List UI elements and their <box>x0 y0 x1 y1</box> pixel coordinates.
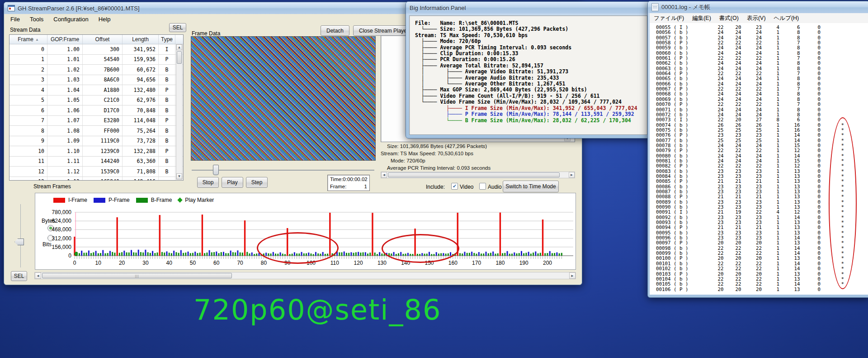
svg-text:90: 90 <box>284 260 291 266</box>
table-cell: 10 <box>9 146 47 156</box>
detach-button[interactable]: Detach <box>321 25 349 36</box>
table-cell: 132,288 <box>123 146 159 156</box>
table-cell: 63,360 <box>123 157 159 167</box>
chart-scroll-right-icon[interactable]: ► <box>569 272 576 279</box>
table-cell: 132,480 <box>123 85 159 95</box>
table-row[interactable]: 81.08FF00075,264B <box>9 126 183 136</box>
table-row[interactable]: 101.101239C0132,288P <box>9 146 183 157</box>
table-row[interactable]: 71.07E3280114,048P <box>9 116 183 126</box>
table-cell: 1.11 <box>47 157 83 167</box>
table-cell: 1.06 <box>47 105 83 115</box>
table-cell: 1.12 <box>47 167 83 177</box>
table-row[interactable]: 11.0154540159,936P <box>9 55 183 65</box>
table-row[interactable]: 131.13165840148,416 <box>9 177 183 181</box>
table-cell: 62,976 <box>123 95 159 105</box>
table-cell: B <box>159 157 175 167</box>
stream-data-label: Stream Data <box>10 27 40 33</box>
main-menu-item-3[interactable]: Help <box>94 15 116 24</box>
table-cell: 94,656 <box>123 75 159 85</box>
notepad-text-area[interactable]: 00055 ( I ) 22 20 23 4 6 0 00056 ( b ) 2… <box>650 23 868 295</box>
stream-data-header[interactable]: Frame▲GOP.FrameOffsetLengthType <box>9 35 183 44</box>
table-row[interactable]: 61.06D17C070,848B <box>9 105 183 116</box>
table-row[interactable]: 31.038A6C094,656B <box>9 75 183 86</box>
info-hscroll-thumb[interactable] <box>388 172 560 177</box>
stream-frames-label: Stream Frames <box>33 183 71 190</box>
notepad-menubar: ファイル(F)編集(E)書式(O)表示(V)ヘルプ(H) <box>650 13 868 24</box>
notepad-menu-item-0[interactable]: ファイル(F) <box>650 14 688 23</box>
info-hscrollbar[interactable]: ◄ ► <box>381 172 575 178</box>
stop-button[interactable]: Stop <box>197 177 219 188</box>
table-cell: 1.05 <box>47 95 83 105</box>
big-info-titlebar[interactable]: Big Information Panel <box>406 2 651 14</box>
svg-text:10: 10 <box>95 260 102 266</box>
table-cell: 4 <box>9 85 47 95</box>
sel-button-top[interactable]: SEL <box>169 23 186 32</box>
table-cell: 75,264 <box>123 126 159 136</box>
stream-data-table[interactable]: Frame▲GOP.FrameOffsetLengthType 01.00300… <box>9 34 184 181</box>
frame-value: 1 <box>364 184 367 189</box>
desktop-caption-text: 720p60@seti_86 <box>193 293 441 326</box>
info-summary-line: Mode: 720/60p <box>381 157 575 164</box>
time-frame-box: Time: 0:00:00.02 Frame: 1 <box>327 175 370 191</box>
table-cell: 1.02 <box>47 65 83 75</box>
column-header-frame[interactable]: Frame▲ <box>9 35 47 44</box>
scroll-up-icon[interactable]: ▲ <box>176 44 182 50</box>
table-cell: C21C0 <box>83 95 123 105</box>
notepad-menu-item-2[interactable]: 書式(O) <box>715 14 743 23</box>
chart-hscroll-thumb[interactable]: ||| <box>42 273 232 278</box>
scroll-right-icon[interactable]: ► <box>569 172 575 178</box>
zoom-slider-track[interactable] <box>20 204 21 267</box>
switch-to-time-mode-button[interactable]: Switch to Time Mode <box>503 181 559 192</box>
audio-checkbox-label[interactable]: Audio <box>488 184 502 190</box>
include-label: Include: <box>426 184 445 190</box>
table-vscroll-thumb[interactable] <box>177 51 182 64</box>
table-row[interactable]: 51.05C21C062,976B <box>9 95 183 106</box>
column-header-offset[interactable]: Offset <box>83 35 123 44</box>
table-cell: P <box>159 85 175 95</box>
table-row[interactable]: 41.04A1880132,480P <box>9 85 183 95</box>
table-cell <box>159 177 175 181</box>
notepad-menu-item-4[interactable]: ヘルプ(H) <box>770 14 803 23</box>
table-row[interactable]: 121.121539C071,808B <box>9 167 183 177</box>
seek-slider-thumb[interactable] <box>213 165 219 175</box>
play-button[interactable]: Play <box>222 177 243 188</box>
column-header-length[interactable]: Length <box>123 35 159 44</box>
table-cell: 1539C0 <box>83 167 123 177</box>
notepad-titlebar[interactable]: 00001.log - メモ帳 <box>648 1 868 13</box>
table-row[interactable]: 111.1114424063,360B <box>9 157 183 167</box>
svg-text:468,000: 468,000 <box>52 226 72 233</box>
big-info-line: ├──── Mode: 720/60p <box>415 38 647 44</box>
zoom-slider-handle[interactable] <box>14 239 24 245</box>
svg-text:60: 60 <box>213 260 220 266</box>
table-row[interactable]: 21.027B60060,672B <box>9 65 183 75</box>
table-cell: 1.01 <box>47 55 83 65</box>
chart-hscrollbar[interactable]: ◄ ||| ► <box>34 272 576 279</box>
notepad-menu-item-3[interactable]: 表示(V) <box>743 14 770 23</box>
table-cell: 1 <box>9 55 47 65</box>
chart-scroll-left-icon[interactable]: ◄ <box>35 272 41 279</box>
svg-text:50: 50 <box>190 260 196 266</box>
main-menu-item-1[interactable]: Tools <box>25 15 48 24</box>
column-header-type[interactable]: Type <box>159 35 175 44</box>
column-header-gop-frame[interactable]: GOP.Frame <box>47 35 83 44</box>
svg-text:780,000: 780,000 <box>52 209 72 215</box>
table-vscrollbar[interactable]: ▲ ▼ <box>176 44 183 180</box>
step-button[interactable]: Step <box>246 177 268 188</box>
table-row[interactable]: 01.00300341,952I <box>9 44 183 55</box>
video-checkbox[interactable]: ✔ <box>451 183 458 190</box>
notepad-menu-item-1[interactable]: 編集(E) <box>688 14 715 23</box>
scroll-down-icon[interactable]: ▼ <box>176 173 182 179</box>
main-menu-item-2[interactable]: Configuration <box>48 15 93 24</box>
main-menu-item-0[interactable]: File <box>5 15 25 24</box>
video-checkbox-label[interactable]: Video <box>460 184 473 190</box>
table-cell: 5 <box>9 95 47 105</box>
scroll-left-icon[interactable]: ◄ <box>381 172 387 178</box>
seek-slider-track[interactable] <box>192 170 374 171</box>
svg-text:40: 40 <box>166 260 173 266</box>
big-information-panel-window: Big Information Panel File: Name: R:\set… <box>406 1 651 138</box>
sel-button-bottom[interactable]: SEL <box>11 271 27 281</box>
table-row[interactable]: 91.091119C073,728B <box>9 136 183 147</box>
svg-text:30: 30 <box>142 260 149 266</box>
big-info-line: File: Name: R:\set_86\00001.MTS <box>415 20 647 26</box>
audio-checkbox[interactable] <box>479 183 486 190</box>
